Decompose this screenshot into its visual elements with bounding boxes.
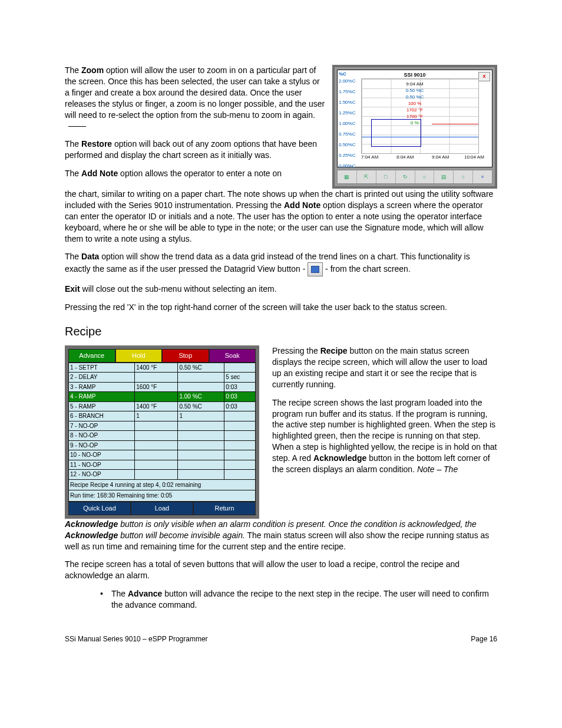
recipe-status-line1: Recipe Recipe 4 running at step 4, 0:02 … [68, 480, 256, 491]
connector-line [68, 126, 86, 127]
table-row[interactable]: 1 - SETPT1400 °F0.50 %C [69, 363, 256, 373]
paragraph-recipe-3: The recipe screen has a total of seven b… [65, 559, 497, 581]
paragraph-addnote-lead: The Add Note option allows the operator … [65, 168, 325, 179]
paragraph-recipe-2b: Acknowledge button is only visible when … [65, 519, 497, 552]
list-item: The Advance button will advance the reci… [100, 588, 497, 611]
recipe-table: 1 - SETPT1400 °F0.50 %C2 - DELAY5 sec3 -… [68, 363, 256, 480]
toolbar-btn-3[interactable]: □ [376, 170, 396, 183]
paragraph-data: The Data option will show the trend data… [65, 251, 497, 276]
recipe-status-line2: Run time: 168:30 Remaining time: 0:05 [68, 490, 256, 502]
toolbar-btn-5[interactable]: ○ [415, 170, 435, 183]
y-axis-unit: %C [339, 71, 346, 78]
trend-chart-screenshot: %C SSI 9010 X 2.00%C 1.75%C 1.50%C 1.25%… [332, 65, 497, 189]
table-row[interactable]: 4 - RAMP1.00 %C0:03 [69, 392, 256, 402]
return-button[interactable]: Return [193, 502, 256, 515]
table-row[interactable]: 5 - RAMP1400 °F0.50 %C0:03 [69, 401, 256, 411]
table-row[interactable]: 10 - NO-OP [69, 450, 256, 460]
toolbar-btn-4[interactable]: ↻ [396, 170, 415, 183]
page-footer: SSi Manual Series 9010 – eSPP Programmer… [65, 634, 497, 644]
chart-title: SSI 9010 [404, 71, 425, 78]
table-row[interactable]: 6 - BRANCH11 [69, 411, 256, 421]
toolbar-btn-7[interactable]: ○ [454, 170, 473, 183]
toolbar-btn-6[interactable]: ▤ [434, 170, 454, 183]
table-row[interactable]: 2 - DELAY5 sec [69, 373, 256, 383]
toolbar-btn-2[interactable]: ⇱ [357, 170, 376, 183]
table-row[interactable]: 9 - NO-OP [69, 440, 256, 450]
table-row[interactable]: 8 - NO-OP [69, 431, 256, 441]
table-row[interactable]: 3 - RAMP1600 °F0:03 [69, 382, 256, 392]
footer-right: Page 16 [471, 634, 497, 644]
paragraph-recipe-2a: The recipe screen shows the last program… [272, 397, 497, 475]
paragraph-addnote: the chart, similar to writing on a paper… [65, 189, 497, 244]
soak-button[interactable]: Soak [209, 349, 256, 363]
close-icon[interactable]: X [478, 72, 490, 81]
advance-button[interactable]: Advance [68, 349, 115, 363]
table-row[interactable]: 11 - NO-OP [69, 460, 256, 470]
paragraph-restore: The Restore option will back out of any … [65, 139, 325, 161]
recipe-screenshot: Advance Hold Stop Soak 1 - SETPT1400 °F0… [65, 345, 259, 519]
recipe-heading: Recipe [65, 324, 497, 340]
toolbar-btn-1[interactable]: ▦ [338, 170, 357, 183]
chart-toolbar: ▦ ⇱ □ ↻ ○ ▤ ○ × [337, 170, 492, 184]
paragraph-zoom: The Zoom option will allow the user to z… [65, 65, 325, 131]
paragraph-exit: Exit will close out the sub-menu without… [65, 284, 497, 295]
datagrid-view-icon[interactable] [308, 262, 323, 276]
table-row[interactable]: 7 - NO-OP [69, 421, 256, 431]
bullet-icon [100, 588, 103, 611]
quick-load-button[interactable]: Quick Load [68, 502, 131, 515]
paragraph-recipe-1: Pressing the Recipe button on the main s… [272, 345, 497, 390]
hold-button[interactable]: Hold [115, 349, 163, 363]
footer-left: SSi Manual Series 9010 – eSPP Programmer [65, 634, 208, 644]
table-row[interactable]: 12 - NO-OP [69, 470, 256, 480]
load-button[interactable]: Load [131, 502, 193, 515]
paragraph-red-x: Pressing the red 'X' in the top right-ha… [65, 302, 497, 313]
cursor-readout: 9:04 AM 0.50 %C 0.50 %C 100 % 1702 °F 17… [406, 81, 424, 126]
stop-button[interactable]: Stop [162, 349, 209, 363]
toolbar-btn-8[interactable]: × [473, 170, 492, 183]
